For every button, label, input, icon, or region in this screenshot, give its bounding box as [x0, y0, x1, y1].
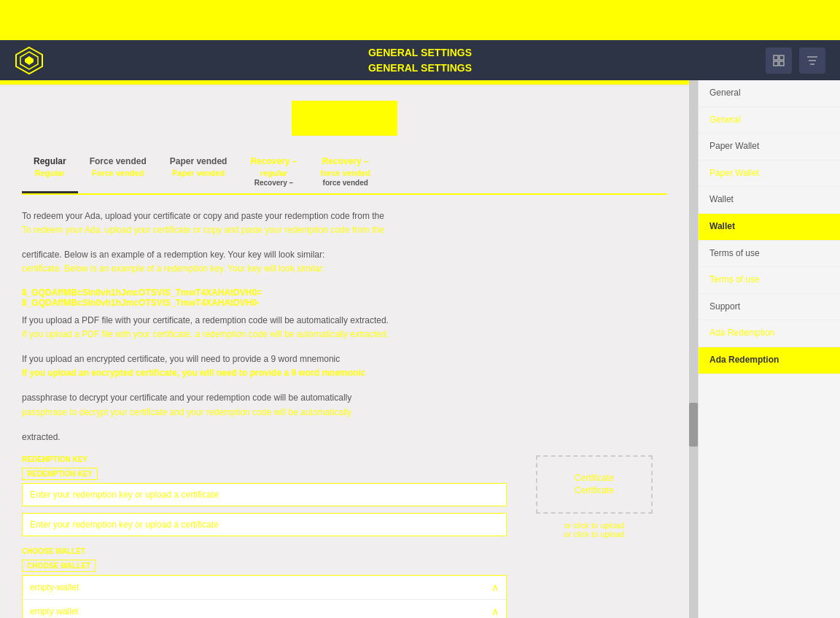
- sidebar-item-paper-wallet-2-label: Paper Wallet: [709, 168, 759, 178]
- svg-rect-6: [779, 61, 784, 66]
- sidebar-item-wallet-2[interactable]: Wallet: [699, 214, 840, 241]
- description-block6: extracted.: [22, 430, 667, 444]
- form-row: REDEMPTION KEY REDEMPTION KEY CHOOSE WAL…: [22, 455, 667, 618]
- desc-line2: certificate. Below is an example of a re…: [22, 250, 324, 260]
- desc-line1: To redeem your Ada, upload your certific…: [22, 211, 384, 221]
- certificate-label-2: Certificate: [575, 484, 614, 497]
- settings-icon[interactable]: [766, 47, 792, 74]
- sidebar-item-general-1[interactable]: General: [699, 80, 840, 107]
- tab-paper-vended[interactable]: Paper vended Paper vended: [158, 150, 239, 193]
- scrollbar-thumb[interactable]: [689, 403, 698, 447]
- sidebar-item-ada-redemption-1[interactable]: Ada Redemption: [699, 320, 840, 347]
- page-title-line1: ADA REDEMPTION: [292, 101, 397, 118]
- description-block5: passphrase to decrypt your certificate a…: [22, 391, 667, 419]
- svg-rect-5: [774, 61, 778, 66]
- filter-icon[interactable]: [799, 47, 825, 74]
- desc-para2-l1-y: If you upload a PDF file with your certi…: [22, 329, 389, 339]
- or-upload-line1: or click to upload: [564, 521, 625, 530]
- form-right: Certificate Certificate or click to uplo…: [521, 455, 667, 538]
- sidebar-item-paper-wallet-1[interactable]: Paper Wallet: [699, 134, 840, 161]
- tab-paper-vended-line2: Paper vended: [170, 168, 228, 178]
- sidebar-item-paper-wallet-1-label: Paper Wallet: [709, 141, 759, 151]
- example-key-line1: 8_GQDAffMBcSIn0vh1hJmcOTSVIS_TmwT4XAHAtD…: [22, 287, 667, 298]
- sidebar-item-terms-2-label: Terms of use: [709, 274, 760, 285]
- wallet-select-wrapper[interactable]: empty-wallet ∧ empty wallet ∧: [22, 575, 507, 618]
- or-upload-text: or click to upload or click to upload: [564, 521, 625, 538]
- scrollbar[interactable]: [689, 80, 698, 618]
- wallet-option-1-alt[interactable]: empty wallet ∧: [23, 600, 506, 618]
- tab-recovery-regular-cover: regular: [250, 168, 297, 178]
- header-title: GENERAL SETTINGS GENERAL SETTINGS: [368, 45, 472, 76]
- sidebar: General General Paper Wallet Paper Walle…: [698, 80, 840, 618]
- sidebar-item-support-label: Support: [709, 301, 740, 312]
- sidebar-item-terms-1[interactable]: Terms of use: [699, 241, 840, 268]
- desc-para3-l3: extracted.: [22, 432, 61, 442]
- deco-strip: [0, 80, 689, 85]
- redemption-key-section: REDEMPTION KEY REDEMPTION KEY: [22, 455, 507, 547]
- form-left: REDEMPTION KEY REDEMPTION KEY CHOOSE WAL…: [22, 455, 507, 618]
- sidebar-item-paper-wallet-2[interactable]: Paper Wallet: [699, 161, 840, 188]
- svg-marker-2: [25, 56, 34, 65]
- desc-para3-l1-y: If you upload an encrypted certificate, …: [22, 368, 365, 378]
- tab-regular-line2: Regular: [34, 168, 66, 178]
- tab-paper-vended-line1: Paper vended: [170, 156, 228, 168]
- description-block3: If you upload a PDF file with your certi…: [22, 314, 667, 341]
- sidebar-item-wallet-1-label: Wallet: [709, 194, 734, 204]
- sidebar-item-general-2[interactable]: General: [699, 107, 840, 134]
- choose-wallet-label: CHOOSE WALLET: [22, 547, 507, 555]
- wallet-option-1[interactable]: empty-wallet ∧: [23, 576, 506, 600]
- chevron-up-icon-2: ∧: [491, 606, 499, 617]
- certificate-upload-box[interactable]: Certificate Certificate: [536, 455, 653, 514]
- description-block4: If you upload an encrypted certificate, …: [22, 352, 667, 380]
- tab-recovery-force-line1: Recovery –: [320, 156, 370, 168]
- choose-wallet-section: CHOOSE WALLET CHOOSE WALLET empty-wallet…: [22, 547, 507, 618]
- svg-rect-3: [774, 55, 778, 60]
- sidebar-item-terms-1-label: Terms of use: [709, 248, 760, 258]
- desc-para3-l2: passphrase to decrypt your certificate a…: [22, 393, 351, 403]
- sidebar-item-general-1-label: General: [709, 88, 741, 98]
- description-block: To redeem your Ada, upload your certific…: [22, 209, 667, 237]
- top-banner: ◆ ◆ ◆ ◆ ◆ ◆ ◆ ◆ ◆ ◆ ◆ ◆ ◆ ◆ ◆ ◆ ◆ ◆ ◆ ◆ …: [0, 0, 840, 40]
- desc-line2-yellow: certificate. Below is an example of a re…: [22, 263, 324, 274]
- app-logo: [15, 46, 44, 75]
- desc-para3-l1: If you upload an encrypted certificate, …: [22, 354, 340, 364]
- sidebar-item-support[interactable]: Support: [699, 294, 840, 321]
- tab-recovery-regular-line1: Recovery –: [250, 156, 297, 168]
- desc-line1-yellow: To redeem your Ada, upload your certific…: [22, 225, 384, 235]
- header-icons: [766, 47, 825, 74]
- page-title: ADA REDEMPTION ADA REDEMPTION: [22, 101, 667, 136]
- tab-recovery-regular[interactable]: Recovery – regular Recovery –: [238, 150, 308, 193]
- tab-recovery-force-vended[interactable]: Recovery – force vended force vended: [308, 150, 381, 193]
- content-inner: ADA REDEMPTION ADA REDEMPTION Regular Re…: [0, 86, 689, 618]
- redemption-key-label-outline: REDEMPTION KEY: [22, 468, 98, 480]
- tab-recovery-force-bottom: force vended: [320, 178, 370, 188]
- wallet-option-1-alt-label: empty wallet: [30, 606, 79, 617]
- certificate-label-1: Certificate: [575, 472, 614, 484]
- top-banner-text: ◆ ◆ ◆ ◆ ◆ ◆ ◆ ◆ ◆ ◆ ◆ ◆ ◆ ◆ ◆ ◆ ◆ ◆ ◆ ◆ …: [322, 7, 518, 33]
- example-key-line2: 8_GQDAffMBcSIn0vh1hJmcOTSVIS_TmwT4XAHAtD…: [22, 298, 667, 308]
- tab-force-vended-line2: Force vended: [90, 168, 147, 178]
- tab-force-vended-line1: Force vended: [90, 156, 147, 168]
- tab-regular[interactable]: Regular Regular: [22, 150, 78, 193]
- choose-wallet-label-outline: CHOOSE WALLET: [22, 560, 96, 572]
- content-area: ADA REDEMPTION ADA REDEMPTION Regular Re…: [0, 80, 689, 618]
- desc-para3-l2-y: passphrase to decrypt your certificate a…: [22, 407, 351, 417]
- description-block2: certificate. Below is an example of a re…: [22, 248, 667, 276]
- header: GENERAL SETTINGS GENERAL SETTINGS: [0, 40, 840, 80]
- chevron-up-icon-1: ∧: [491, 582, 499, 593]
- tabs-container: Regular Regular Force vended Force vende…: [22, 150, 667, 195]
- sidebar-item-general-2-label: General: [709, 115, 741, 125]
- sidebar-item-terms-2[interactable]: Terms of use: [699, 267, 840, 294]
- tab-regular-line1: Regular: [34, 156, 66, 168]
- sidebar-item-ada-redemption-2[interactable]: Ada Redemption: [699, 347, 840, 374]
- page-title-line2: ADA REDEMPTION: [292, 118, 397, 136]
- desc-para2-l1: If you upload a PDF file with your certi…: [22, 315, 389, 325]
- sidebar-item-ada-1-label: Ada Redemption: [709, 328, 774, 338]
- tab-force-vended[interactable]: Force vended Force vended: [78, 150, 158, 193]
- sidebar-item-wallet-2-label: Wallet: [709, 221, 735, 231]
- redemption-key-input[interactable]: [22, 483, 507, 506]
- main-layout: ADA REDEMPTION ADA REDEMPTION Regular Re…: [0, 80, 840, 618]
- example-key-block: 8_GQDAffMBcSIn0vh1hJmcOTSVIS_TmwT4XAHAtD…: [22, 287, 667, 308]
- redemption-key-input-2[interactable]: [22, 513, 507, 536]
- sidebar-item-wallet-1[interactable]: Wallet: [699, 187, 840, 214]
